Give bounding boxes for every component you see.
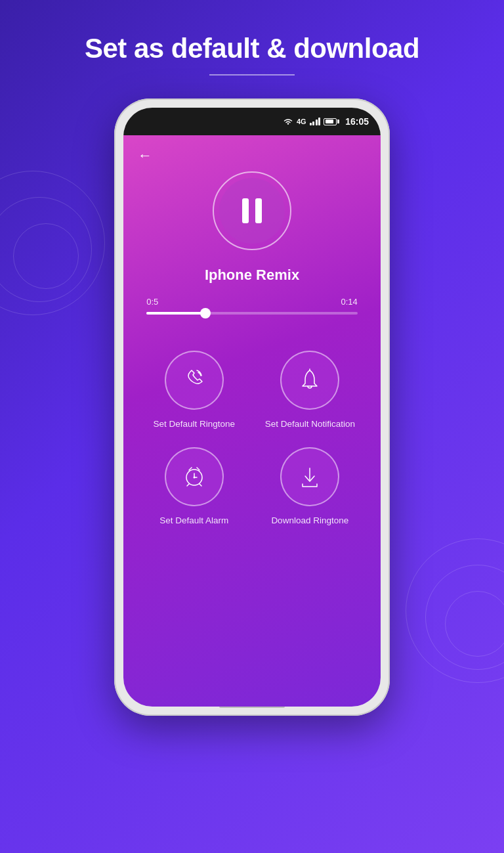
status-time: 16:05 — [345, 116, 369, 127]
battery-fill — [326, 120, 333, 123]
alarm-circle — [165, 447, 224, 506]
wifi-icon — [283, 118, 293, 125]
status-bar: 4G 1 — [123, 108, 381, 135]
download-icon — [296, 463, 324, 491]
action-item-alarm[interactable]: Set Default Alarm — [142, 447, 245, 525]
actions-grid: Set Default Ringtone Set Default Notific… — [142, 351, 361, 525]
phone-screen: 4G 1 — [123, 108, 381, 707]
status-icons: 4G 1 — [283, 116, 369, 127]
phone-ring-icon — [180, 366, 208, 394]
battery-icon — [324, 118, 339, 125]
signal-icon — [310, 118, 321, 125]
progress-times: 0:5 0:14 — [146, 297, 357, 307]
progress-thumb — [200, 308, 211, 318]
download-label: Download Ringtone — [271, 515, 348, 525]
phone-device: 4G 1 — [114, 98, 390, 716]
notification-circle — [280, 351, 339, 410]
action-item-download[interactable]: Download Ringtone — [259, 447, 362, 525]
app-content: ← Iphone Remix 0:5 0:1 — [123, 135, 381, 707]
signal-bar-4 — [318, 118, 320, 125]
progress-container: 0:5 0:14 — [146, 297, 357, 315]
battery-body — [324, 118, 337, 125]
back-button[interactable]: ← — [138, 147, 152, 164]
play-pause-container — [213, 171, 291, 250]
pause-bar-right — [255, 198, 262, 223]
signal-bar-3 — [316, 120, 318, 125]
svg-point-4 — [193, 477, 195, 479]
current-time: 0:5 — [146, 297, 158, 307]
ringtone-circle — [165, 351, 224, 410]
pause-icon — [242, 198, 262, 223]
network-type-label: 4G — [297, 118, 306, 125]
progress-bar-fill — [146, 312, 205, 315]
progress-bar-bg[interactable] — [146, 312, 357, 315]
track-name: Iphone Remix — [205, 267, 299, 284]
page-title: Set as default & download — [0, 0, 504, 74]
pause-bar-left — [242, 198, 249, 223]
action-item-ringtone[interactable]: Set Default Ringtone — [142, 351, 245, 429]
bell-icon — [296, 366, 324, 394]
signal-bar-1 — [310, 123, 312, 125]
alarm-label: Set Default Alarm — [159, 515, 228, 525]
action-item-notification[interactable]: Set Default Notification — [259, 351, 362, 429]
download-circle — [280, 447, 339, 506]
ringtone-label: Set Default Ringtone — [153, 419, 235, 429]
alarm-icon — [180, 463, 208, 491]
play-pause-button[interactable] — [219, 178, 285, 244]
signal-bar-2 — [312, 121, 314, 125]
battery-tip — [337, 120, 339, 123]
notification-label: Set Default Notification — [265, 419, 355, 429]
total-time: 0:14 — [341, 297, 357, 307]
phone-mockup-wrap: 4G 1 — [0, 98, 504, 716]
title-divider — [209, 74, 295, 76]
